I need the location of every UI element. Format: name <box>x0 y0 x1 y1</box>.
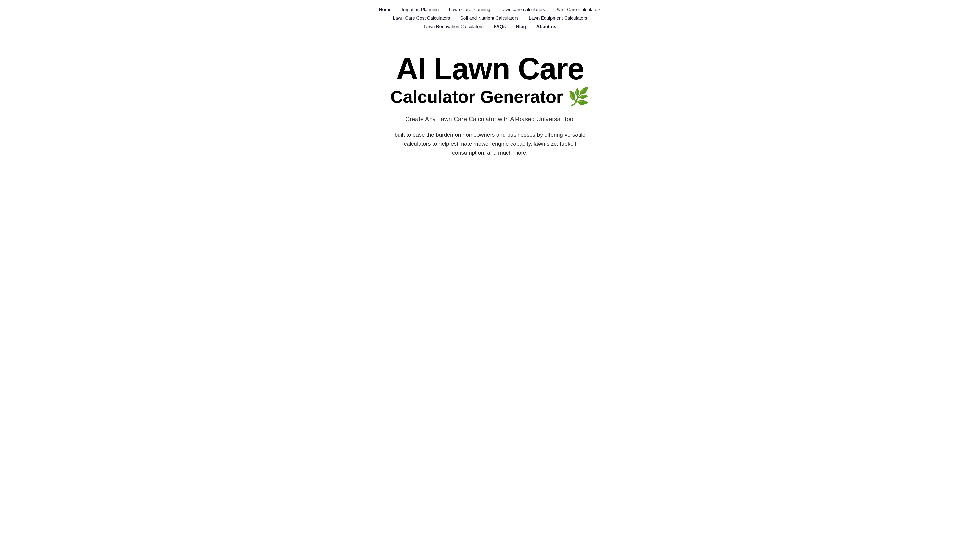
hero-subtitle: Calculator Generator 🌿 <box>390 87 590 106</box>
nav-lawn-equipment-calculators[interactable]: Lawn Equipment Calculators <box>529 16 587 21</box>
nav-row-2: Lawn Care Cost Calculators Soil and Nutr… <box>393 16 587 21</box>
nav-about-us[interactable]: About us <box>536 24 556 29</box>
hero-tagline: Create Any Lawn Care Calculator with AI-… <box>405 116 575 123</box>
nav-row-3: Lawn Renovation Calculators FAQs Blog Ab… <box>424 24 556 29</box>
nav-lawn-care-planning[interactable]: Lawn Care Planning <box>449 7 490 13</box>
nav-plant-care-calculators[interactable]: Plant Care Calculators <box>555 7 601 13</box>
main-nav: Home Irrigation Planning Lawn Care Plann… <box>0 0 980 32</box>
hero-title: AI Lawn Care <box>396 52 584 85</box>
nav-irrigation-planning[interactable]: Irrigation Planning <box>402 7 439 13</box>
hero-section: AI Lawn Care Calculator Generator 🌿 Crea… <box>0 32 980 172</box>
nav-faqs[interactable]: FAQs <box>494 24 506 29</box>
nav-lawn-care-calculators[interactable]: Lawn care calculators <box>501 7 545 13</box>
nav-soil-nutrient-calculators[interactable]: Soil and Nutrient Calculators <box>460 16 518 21</box>
nav-row-1: Home Irrigation Planning Lawn Care Plann… <box>379 7 601 13</box>
nav-lawn-renovation-calculators[interactable]: Lawn Renovation Calculators <box>424 24 484 29</box>
nav-lawn-care-cost-calculators[interactable]: Lawn Care Cost Calculators <box>393 16 450 21</box>
nav-home[interactable]: Home <box>379 7 391 13</box>
nav-blog[interactable]: Blog <box>516 24 526 29</box>
hero-description: built to ease the burden on homeowners a… <box>390 130 590 157</box>
